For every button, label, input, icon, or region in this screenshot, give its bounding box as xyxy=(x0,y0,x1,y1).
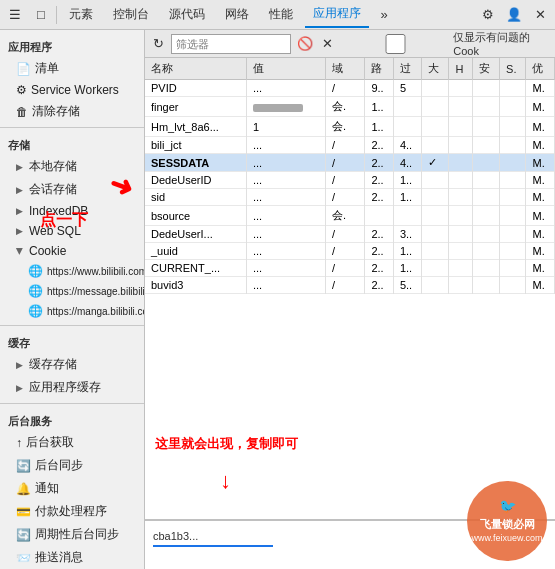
more-btn[interactable]: ✕ xyxy=(529,4,551,26)
table-row[interactable]: _uuid ... / 2.. 1.. M. xyxy=(145,243,555,260)
sidebar-item-bilibili-manga[interactable]: 🌐 https://manga.bilibili.com xyxy=(0,301,144,321)
cell-same xyxy=(500,243,526,260)
bg-fetch-icon: ↑ xyxy=(16,436,22,450)
periodic-sync-icon: 🔄 xyxy=(16,528,31,542)
right-toolbar: ↻ 🚫 ✕ 仅显示有问题的 Cook xyxy=(145,30,555,58)
table-row[interactable]: DedeUserID ... / 2.. 1.. M. xyxy=(145,172,555,189)
cell-exp xyxy=(393,206,421,226)
sidebar-item-local-storage[interactable]: ▶ 本地存储 xyxy=(0,155,144,178)
cell-http xyxy=(449,260,473,277)
cell-sec xyxy=(473,137,500,154)
sidebar-item-bg-sync[interactable]: 🔄 后台同步 xyxy=(0,454,144,477)
col-header-prio[interactable]: 优 xyxy=(526,58,555,80)
table-row[interactable]: SESSDATA ... / 2.. 4.. ✓ M. xyxy=(145,154,555,172)
cell-same xyxy=(500,277,526,294)
close-filter-btn[interactable]: ✕ xyxy=(318,34,336,54)
cell-same xyxy=(500,137,526,154)
col-header-path[interactable]: 路 xyxy=(365,58,393,80)
manifest-icon: 📄 xyxy=(16,62,31,76)
sidebar-item-bilibili-message[interactable]: 🌐 https://message.bilibili.com xyxy=(0,281,144,301)
clear-storage-icon: 🗑 xyxy=(16,105,28,119)
cookie-table: 名称 值 域 路 过 大 H 安 S. 优 PVID ... / xyxy=(145,58,555,294)
table-row[interactable]: PVID ... / 9.. 5 M. xyxy=(145,80,555,97)
cell-exp: 1.. xyxy=(393,260,421,277)
col-header-sec[interactable]: 安 xyxy=(473,58,500,80)
sidebar-item-cache-storage[interactable]: ▶ 缓存存储 xyxy=(0,353,144,376)
refresh-btn[interactable]: ↻ xyxy=(149,34,167,54)
cell-value: ... xyxy=(247,189,326,206)
table-row[interactable]: buvid3 ... / 2.. 5.. M. xyxy=(145,277,555,294)
sidebar-item-bg-fetch[interactable]: ↑ 后台获取 xyxy=(0,431,144,454)
table-row[interactable]: sid ... / 2.. 1.. M. xyxy=(145,189,555,206)
user-btn[interactable]: 👤 xyxy=(503,4,525,26)
sidebar-item-push-msg[interactable]: 📨 推送消息 xyxy=(0,546,144,569)
sidebar-item-service-workers[interactable]: ⚙ Service Workers xyxy=(0,80,144,100)
cell-domain: / xyxy=(325,277,364,294)
sidebar-item-app-cache[interactable]: ▶ 应用程序缓存 xyxy=(0,376,144,399)
cell-value: ... xyxy=(247,80,326,97)
table-row[interactable]: DedeUserI... ... / 2.. 3.. M. xyxy=(145,226,555,243)
sidebar-item-web-sql[interactable]: ▶ Web SQL xyxy=(0,221,144,241)
cell-same xyxy=(500,189,526,206)
cookie-value-input[interactable] xyxy=(153,527,273,547)
tab-elements[interactable]: 元素 xyxy=(61,2,101,27)
table-row[interactable]: bili_jct ... / 2.. 4.. M. xyxy=(145,137,555,154)
sidebar-item-indexeddb[interactable]: ▶ IndexedDB xyxy=(0,201,144,221)
col-header-http[interactable]: H xyxy=(449,58,473,80)
col-header-same[interactable]: S. xyxy=(500,58,526,80)
table-row[interactable]: CURRENT_... ... / 2.. 1.. M. xyxy=(145,260,555,277)
cell-domain: / xyxy=(325,154,364,172)
cell-size xyxy=(422,206,449,226)
sidebar-item-periodic-sync[interactable]: 🔄 周期性后台同步 xyxy=(0,523,144,546)
col-header-size[interactable]: 大 xyxy=(422,58,449,80)
cell-value: ... xyxy=(247,154,326,172)
sidebar-item-clear-storage[interactable]: 🗑 清除存储 xyxy=(0,100,144,123)
web-sql-arrow: ▶ xyxy=(16,226,23,236)
cell-http xyxy=(449,172,473,189)
tab-sources[interactable]: 源代码 xyxy=(161,2,213,27)
cell-same xyxy=(500,97,526,117)
col-header-domain[interactable]: 域 xyxy=(325,58,364,80)
more-tabs-btn[interactable]: » xyxy=(373,4,395,26)
sidebar-item-payment-handler[interactable]: 💳 付款处理程序 xyxy=(0,500,144,523)
sidebar-item-cookie[interactable]: ▶ Cookie xyxy=(0,241,144,261)
cell-prio: M. xyxy=(526,277,555,294)
table-row[interactable]: Hm_lvt_8a6... 1 会. 1.. M. xyxy=(145,117,555,137)
cell-sec xyxy=(473,260,500,277)
bottom-panel xyxy=(145,519,555,569)
cell-sec xyxy=(473,117,500,137)
sidebar-item-bilibili-www[interactable]: 🌐 https://www.bilibili.com xyxy=(0,261,144,281)
tab-application[interactable]: 应用程序 xyxy=(305,1,369,28)
cell-path: 2.. xyxy=(365,172,393,189)
inspect-btn[interactable]: □ xyxy=(30,4,52,26)
col-header-name[interactable]: 名称 xyxy=(145,58,247,80)
cell-same xyxy=(500,80,526,97)
table-row[interactable]: bsource ... 会. M. xyxy=(145,206,555,226)
sidebar-section-cache: 缓存 xyxy=(0,330,144,353)
filter-checkbox-label[interactable]: 仅显示有问题的 Cook xyxy=(340,30,551,57)
tab-performance[interactable]: 性能 xyxy=(261,2,301,27)
table-header-row: 名称 值 域 路 过 大 H 安 S. 优 xyxy=(145,58,555,80)
tab-network[interactable]: 网络 xyxy=(217,2,257,27)
col-header-value[interactable]: 值 xyxy=(247,58,326,80)
devtools-toggle-btn[interactable]: ☰ xyxy=(4,4,26,26)
sidebar-item-notifications[interactable]: 🔔 通知 xyxy=(0,477,144,500)
clear-filter-btn[interactable]: 🚫 xyxy=(295,34,313,54)
cell-sec xyxy=(473,97,500,117)
sidebar-item-session-storage[interactable]: ▶ 会话存储 xyxy=(0,178,144,201)
service-workers-icon: ⚙ xyxy=(16,83,27,97)
main-layout: 应用程序 📄 清单 ⚙ Service Workers 🗑 清除存储 存储 ▶ … xyxy=(0,30,555,569)
cell-size xyxy=(422,117,449,137)
cell-value: ... xyxy=(247,137,326,154)
cell-size xyxy=(422,226,449,243)
filter-input[interactable] xyxy=(171,34,291,54)
cell-sec xyxy=(473,206,500,226)
table-row[interactable]: finger 会. 1.. M. xyxy=(145,97,555,117)
sidebar-item-manifest[interactable]: 📄 清单 xyxy=(0,57,144,80)
cell-domain: 会. xyxy=(325,117,364,137)
filter-checkbox[interactable] xyxy=(340,34,451,54)
tab-console[interactable]: 控制台 xyxy=(105,2,157,27)
col-header-exp[interactable]: 过 xyxy=(393,58,421,80)
settings-btn[interactable]: ⚙ xyxy=(477,4,499,26)
cell-size xyxy=(422,189,449,206)
